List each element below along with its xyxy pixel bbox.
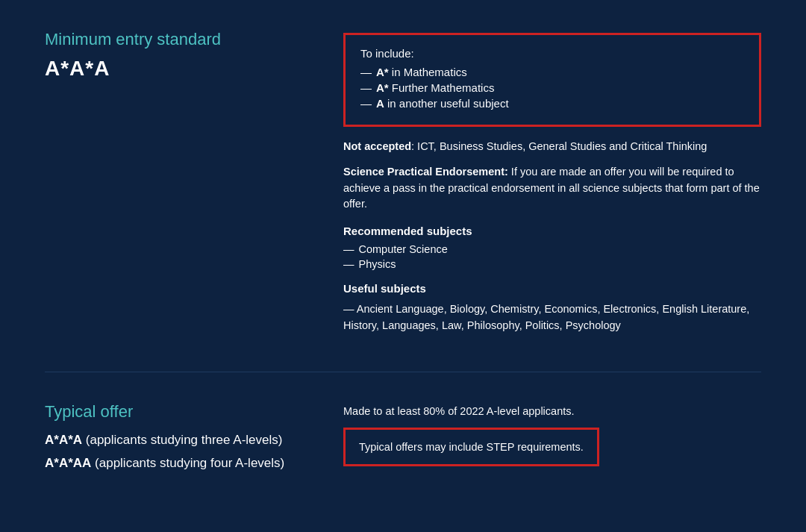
not-accepted-text: : ICT, Business Studies, General Studies…: [411, 140, 707, 152]
left-column-bottom: Typical offer A*A*A (applicants studying…: [45, 402, 313, 475]
useful-subjects-list: Ancient Language, Biology, Chemistry, Ec…: [343, 303, 749, 331]
left-column-top: Minimum entry standard A*A*A: [45, 30, 313, 334]
subject-name: Physics: [359, 258, 396, 270]
science-label: Science Practical Endorsement:: [343, 166, 508, 178]
bold-grade: A*: [376, 81, 389, 94]
offer-grades: A*A*A (applicants studying three A-level…: [45, 429, 313, 475]
step-requirements-box: Typical offers may include STEP requirem…: [343, 428, 599, 466]
list-item: — A* in Mathematics: [360, 66, 744, 78]
offer-grade-1-rest: (applicants studying three A-levels): [82, 433, 282, 447]
item-text: A in another useful subject: [376, 97, 509, 110]
subject-name: Computer Science: [359, 243, 448, 255]
item-text: A* Further Mathematics: [376, 81, 494, 94]
made-to-text: Made to at least 80% of 2022 A-level app…: [343, 405, 761, 417]
offer-grade-2-rest: (applicants studying four A-levels): [91, 456, 284, 470]
to-include-box: To include: — A* in Mathematics — A* Fur…: [343, 33, 761, 127]
list-item: — A* Further Mathematics: [360, 81, 744, 94]
list-item: — Computer Science: [343, 243, 761, 255]
not-accepted-label: Not accepted: [343, 140, 411, 152]
dash-icon: —: [360, 97, 372, 110]
dash-icon: —: [360, 66, 372, 78]
offer-grade-1-bold: A*A*A: [45, 433, 82, 447]
useful-subjects-text: — Ancient Language, Biology, Chemistry, …: [343, 301, 761, 334]
right-column-bottom: Made to at least 80% of 2022 A-level app…: [343, 402, 761, 475]
science-block: Science Practical Endorsement: If you ar…: [343, 164, 761, 213]
list-item: — Physics: [343, 258, 761, 270]
bottom-section: Typical offer A*A*A (applicants studying…: [0, 372, 806, 512]
top-section: Minimum entry standard A*A*A To include:…: [0, 0, 806, 372]
bold-grade: A: [376, 97, 384, 110]
page-wrapper: Minimum entry standard A*A*A To include:…: [0, 0, 806, 512]
dash-icon: —: [343, 258, 354, 270]
useful-title: Useful subjects: [343, 282, 761, 295]
list-item: — A in another useful subject: [360, 97, 744, 110]
typical-offer-label: Typical offer: [45, 402, 313, 422]
offer-grade-2-bold: A*A*AA: [45, 456, 91, 470]
right-column-top: To include: — A* in Mathematics — A* Fur…: [343, 30, 761, 334]
to-include-label: To include:: [360, 47, 744, 60]
not-accepted-block: Not accepted: ICT, Business Studies, Gen…: [343, 139, 761, 155]
recommended-list: — Computer Science — Physics: [343, 243, 761, 270]
minimum-entry-grade: A*A*A: [45, 57, 313, 81]
item-text: A* in Mathematics: [376, 66, 467, 78]
dash-icon: —: [360, 81, 372, 94]
step-box-text: Typical offers may include STEP requirem…: [359, 441, 584, 453]
bold-grade: A*: [376, 66, 389, 78]
include-list: — A* in Mathematics — A* Further Mathema…: [360, 66, 744, 110]
dash-icon: —: [343, 243, 354, 255]
recommended-title: Recommended subjects: [343, 225, 761, 237]
minimum-entry-label: Minimum entry standard: [45, 30, 313, 49]
